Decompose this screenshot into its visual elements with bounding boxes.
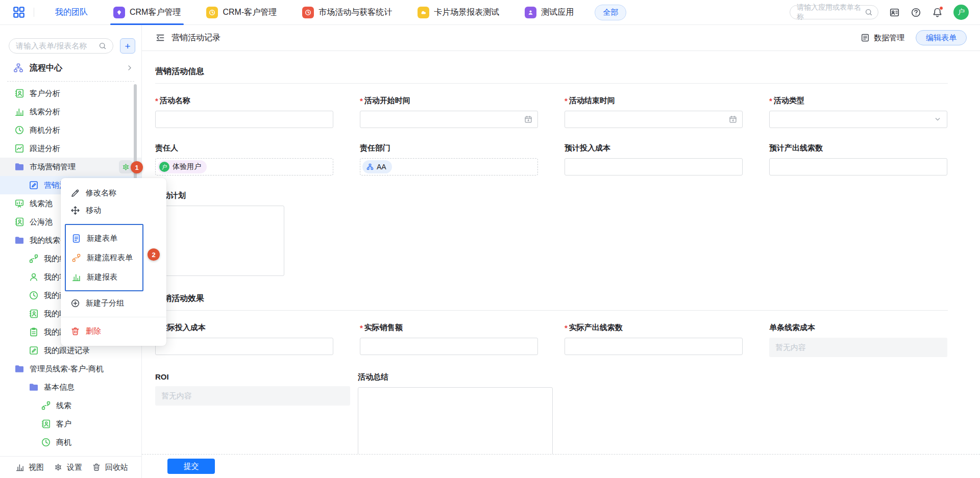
- field-department: 责任部门 AA: [360, 143, 538, 175]
- activity-name-input[interactable]: [155, 111, 333, 128]
- department-tag[interactable]: AA: [362, 160, 392, 173]
- actual-leads-input[interactable]: [565, 338, 743, 355]
- form-search-input[interactable]: 请输入表单/报表名称: [9, 38, 113, 54]
- search-icon: [865, 8, 873, 16]
- required-mark: *: [565, 323, 568, 332]
- sidebar-item-admin-leads-folder[interactable]: 管理员线索-客户-商机: [0, 360, 141, 378]
- collapse-sidebar-icon[interactable]: [155, 33, 165, 43]
- menu-item-new-flow-form[interactable]: 新建流程表单: [66, 248, 142, 267]
- sidebar-item-marketing-management[interactable]: 市场营销管理: [0, 158, 141, 176]
- menu-item-new-report[interactable]: 新建报表: [66, 267, 142, 287]
- form-edit-icon: [29, 345, 39, 356]
- menu-item-delete[interactable]: 删除: [61, 322, 166, 340]
- menu-item-label: 新建流程表单: [87, 253, 133, 263]
- field-label: 实际产出线索数: [569, 323, 623, 333]
- sidebar-scrollbar[interactable]: [134, 84, 137, 194]
- field-label: 活动总结: [358, 372, 388, 382]
- sidebar-item-customer-analysis[interactable]: 客户分析: [0, 84, 141, 103]
- user-avatar[interactable]: 户: [953, 5, 969, 20]
- sidebar-item-customers[interactable]: 客户: [0, 415, 141, 433]
- process-center-label: 流程中心: [30, 63, 62, 73]
- sidebar-footer: 视图 设置 回收站: [0, 456, 141, 478]
- notification-bell-icon[interactable]: [932, 7, 943, 18]
- menu-item-rename[interactable]: 修改名称: [61, 184, 166, 202]
- clock-icon: [14, 125, 24, 135]
- contacts-icon[interactable]: [889, 7, 900, 18]
- sidebar-item-opportunities[interactable]: 商机: [0, 433, 141, 451]
- field-label: 单条线索成本: [769, 323, 815, 333]
- estimated-leads-input[interactable]: [769, 158, 947, 175]
- menu-highlight-box: 新建表单 新建流程表单 新建报表: [65, 224, 143, 291]
- data-manage-button[interactable]: 数据管理: [861, 33, 904, 43]
- field-row-3: *实际投入成本 *实际销售额 *实际产出线索数 单条线索成本 暂无内容: [155, 323, 948, 357]
- trash-icon: [92, 463, 101, 472]
- department-input[interactable]: AA: [360, 158, 538, 175]
- field-estimated-cost: 预计投入成本: [565, 143, 743, 175]
- all-apps-filter[interactable]: 全部: [595, 5, 626, 20]
- member-avatar: 户: [159, 162, 169, 172]
- item-label: 客户: [56, 419, 71, 429]
- submit-button[interactable]: 提交: [167, 459, 215, 474]
- tab-my-team[interactable]: 我的团队: [55, 0, 88, 25]
- start-time-input[interactable]: [360, 111, 538, 128]
- edit-form-button[interactable]: 编辑表单: [916, 30, 967, 45]
- bar-chart-icon: [14, 107, 24, 117]
- item-label: 商机分析: [30, 125, 60, 135]
- tab-label: 我的团队: [55, 7, 88, 18]
- add-form-button[interactable]: +: [120, 38, 135, 54]
- activity-plan-textarea[interactable]: [155, 206, 284, 276]
- menu-item-label: 新建子分组: [86, 298, 124, 308]
- section-divider: [155, 83, 948, 84]
- activity-summary-textarea[interactable]: [358, 387, 553, 457]
- tab-test-app[interactable]: 测试应用: [525, 0, 574, 25]
- global-search-input[interactable]: 请输入应用或表单名称: [790, 5, 878, 19]
- field-activity-type: *活动类型: [769, 96, 947, 128]
- field-actual-cost: *实际投入成本: [155, 323, 333, 357]
- recycle-bin-button[interactable]: 回收站: [92, 463, 128, 472]
- footer-label: 视图: [29, 463, 44, 472]
- section-title-activity-info: 营销活动信息: [155, 51, 948, 77]
- field-label: 实际投入成本: [160, 323, 206, 333]
- activity-type-select[interactable]: [769, 111, 947, 128]
- tab-market-activity-stats[interactable]: 市场活动与获客统计: [302, 0, 392, 25]
- bar-chart-icon: [71, 272, 81, 282]
- page-title: 营销活动记录: [172, 33, 220, 43]
- field-label: ROI: [155, 372, 169, 381]
- folder-icon: [14, 235, 24, 245]
- views-button[interactable]: 视图: [15, 463, 44, 472]
- member-tag[interactable]: 户 体验用户: [158, 160, 207, 173]
- settings-button[interactable]: 设置: [54, 463, 82, 472]
- chevron-down-icon: [934, 115, 942, 123]
- owner-member-input[interactable]: 户 体验用户: [155, 158, 333, 175]
- sidebar-item-followup-analysis[interactable]: 跟进分析: [0, 139, 141, 158]
- help-icon[interactable]: [911, 7, 921, 18]
- tab-crm-customer-mgmt-2[interactable]: CRM-客户管理: [206, 0, 277, 25]
- apps-grid-icon[interactable]: [12, 6, 26, 19]
- sidebar-item-leads-analysis[interactable]: 线索分析: [0, 103, 141, 121]
- actual-sales-input[interactable]: [360, 338, 538, 355]
- form-area: 营销活动信息 *活动名称 *活动开始时间 *活动结束时间: [142, 51, 980, 454]
- menu-item-move[interactable]: 移动: [61, 202, 166, 219]
- menu-item-new-subgroup[interactable]: 新建子分组: [61, 294, 166, 312]
- annotation-badge-2: 2: [148, 248, 160, 261]
- item-label: 客户分析: [30, 89, 60, 98]
- actual-cost-input[interactable]: [155, 338, 333, 355]
- tab-crm-customer-mgmt[interactable]: CRM客户管理: [113, 0, 181, 25]
- estimated-cost-input[interactable]: [565, 158, 743, 175]
- sidebar-item-basic-info-folder[interactable]: 基本信息: [0, 378, 141, 396]
- main-header: 营销活动记录 数据管理 编辑表单: [142, 25, 980, 51]
- menu-item-label: 移动: [86, 206, 101, 215]
- person-icon: [29, 272, 39, 282]
- field-estimated-leads: 预计产出线索数: [769, 143, 947, 175]
- end-time-input[interactable]: [565, 111, 743, 128]
- process-center[interactable]: 流程中心: [0, 59, 141, 77]
- field-label: 活动名称: [160, 96, 190, 106]
- sidebar-item-opportunity-analysis[interactable]: 商机分析: [0, 121, 141, 139]
- menu-item-label: 删除: [86, 326, 101, 336]
- tab-card-report-test[interactable]: 卡片场景报表测试: [418, 0, 499, 25]
- sidebar-item-leads[interactable]: 线索: [0, 396, 141, 415]
- menu-item-new-form[interactable]: 新建表单: [66, 229, 142, 248]
- trash-icon: [70, 326, 80, 336]
- topbar-divider: [34, 8, 34, 17]
- route-icon: [29, 254, 39, 264]
